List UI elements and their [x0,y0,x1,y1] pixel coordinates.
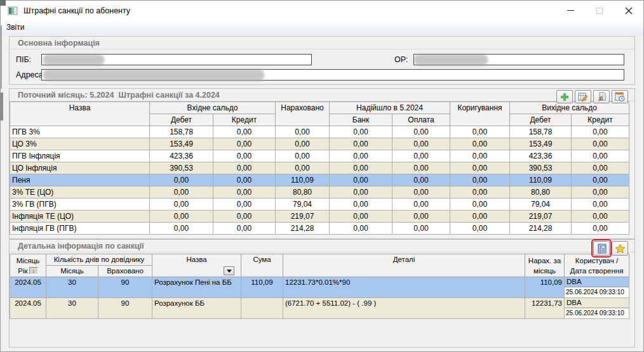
cell[interactable]: 0,00 [392,174,450,186]
cell[interactable]: 214,28 [276,223,330,235]
cell[interactable]: 219,07 [510,211,572,223]
sanction-row[interactable]: Інфляція ТЕ (ЦО) 0,00 0,00 219,07 0,00 0… [10,211,629,223]
cell[interactable]: 0,00 [213,199,276,211]
address-field[interactable] [41,69,624,81]
cell[interactable]: 0,00 [150,211,213,223]
cell[interactable]: 0,00 [450,211,510,223]
cell[interactable]: 0,00 [276,150,330,162]
cell[interactable]: 158,78 [150,126,213,138]
cell[interactable]: 3% ТЕ (ЦО) [10,186,150,199]
cell[interactable]: 153,49 [510,138,572,150]
cell[interactable]: 0,00 [450,174,510,186]
sanction-row[interactable]: 3% ГВ (ПГВ) 0,00 0,00 79,04 0,00 0,00 0,… [10,199,629,211]
cell[interactable]: 0,00 [450,126,510,138]
cell[interactable]: ЦО Інфляція [10,162,150,174]
menu-item-reports[interactable]: Звіти [1,20,30,34]
cell[interactable]: 0,00 [330,162,392,174]
sanction-row-selected[interactable]: Пеня 0,00 0,00 110,09 0,00 0,00 0,00 110… [10,174,629,186]
cell[interactable]: 0,00 [450,199,510,211]
detail-row-selected[interactable]: 2024.05 30 90 Розрахунок Пені на ББ 110,… [10,277,629,298]
edit-table-button[interactable] [575,90,591,103]
cell[interactable]: 30 [46,277,98,298]
cell[interactable]: 110,09 [276,174,330,186]
cell[interactable]: 110,09 [510,174,572,186]
sanction-row[interactable]: ПГВ Інфляція 423,36 0,00 0,00 0,00 0,00 … [10,150,629,162]
cell[interactable]: 0,00 [213,211,276,223]
cell[interactable]: 0,00 [572,186,629,199]
history-button[interactable] [612,90,628,103]
cell[interactable]: 0,00 [213,174,276,186]
cell[interactable] [241,298,283,319]
cell[interactable]: Розрахунок ББ [152,298,241,319]
cell[interactable]: 110,09 [525,277,565,298]
cell[interactable]: 0,00 [330,223,392,235]
cell[interactable]: 110,09 [241,277,283,298]
cell[interactable]: 0,00 [450,138,510,150]
cell[interactable]: ПГВ Інфляція [10,150,150,162]
cell[interactable]: 0,00 [150,223,213,235]
journal-button[interactable] [593,241,610,256]
col-header-month-year[interactable]: Місяць Рік↓ [10,254,46,277]
cell[interactable]: 0,00 [450,150,510,162]
cell[interactable]: 0,00 [330,199,392,211]
favorite-button[interactable] [612,241,628,256]
cell[interactable]: Пеня [10,174,150,186]
close-button[interactable] [614,1,643,20]
cell[interactable]: 0,00 [150,199,213,211]
cell[interactable]: Розрахунок Пені на ББ [152,277,241,298]
cell[interactable]: 0,00 [213,223,276,235]
cell[interactable]: 0,00 [392,162,450,174]
cell[interactable]: 0,00 [392,126,450,138]
cell[interactable]: 390,53 [510,162,572,174]
cell[interactable]: 0,00 [330,138,392,150]
pib-field[interactable] [41,54,312,65]
cell[interactable]: 0,00 [213,186,276,199]
cell[interactable]: 0,00 [572,199,629,211]
cell[interactable]: 390,53 [150,162,213,174]
cell[interactable]: 214,28 [510,223,572,235]
cell[interactable]: 0,00 [450,186,510,199]
cell[interactable]: 219,07 [276,211,330,223]
cell[interactable]: 2024.05 [10,277,46,298]
cell[interactable]: 0,00 [213,150,276,162]
minimize-button[interactable] [556,1,585,20]
cell[interactable]: 90 [98,277,152,298]
sanction-row[interactable]: 3% ТЕ (ЦО) 0,00 0,00 80,80 0,00 0,00 0,0… [10,186,629,199]
cell[interactable]: ПГВ 3% [10,126,150,138]
cell[interactable]: 0,00 [572,174,629,186]
cell[interactable]: 0,00 [330,211,392,223]
detail-row[interactable]: 2024.05 30 90 Розрахунок ББ (6721.70 + 5… [10,298,629,319]
cell[interactable]: 0,00 [572,138,629,150]
cell[interactable]: 153,49 [150,138,213,150]
cell[interactable]: 0,00 [392,211,450,223]
cell[interactable]: 0,00 [213,126,276,138]
cell[interactable]: 423,36 [510,150,572,162]
cell[interactable]: 423,36 [150,150,213,162]
cell[interactable]: 12231,73 [525,298,565,319]
cell[interactable]: 0,00 [392,186,450,199]
cell[interactable]: 0,00 [392,199,450,211]
cell[interactable]: 3% ГВ (ПГВ) [10,199,150,211]
cell[interactable]: 0,00 [276,126,330,138]
sanction-row[interactable]: ПГВ 3% 158,78 0,00 0,00 0,00 0,00 0,00 1… [10,126,629,138]
cell[interactable]: 0,00 [276,138,330,150]
user-date-cell[interactable]: DBA 25.06.2024 09:33:10 [565,298,629,319]
name-filter-button[interactable] [224,266,234,275]
sanction-row[interactable]: Інфляція ГВ (ПГВ) 0,00 0,00 214,28 0,00 … [10,223,629,235]
sanction-row[interactable]: ЦО 3% 153,49 0,00 0,00 0,00 0,00 0,00 15… [10,138,629,150]
cell[interactable]: 158,78 [510,126,572,138]
cell[interactable]: 0,00 [213,138,276,150]
cell[interactable]: 80,80 [276,186,330,199]
cell[interactable]: 0,00 [392,138,450,150]
cell[interactable]: 0,00 [150,174,213,186]
cell[interactable]: 0,00 [572,150,629,162]
cell[interactable]: 0,00 [572,223,629,235]
cell[interactable]: Інфляція ТЕ (ЦО) [10,211,150,223]
preview-document-button[interactable] [593,90,610,103]
user-date-cell[interactable]: DBA 25.06.2024 09:33:10 [565,277,629,298]
cell[interactable]: 0,00 [150,186,213,199]
cell[interactable]: 79,04 [510,199,572,211]
cell[interactable]: 0,00 [330,150,392,162]
add-row-button[interactable] [556,90,573,103]
cell[interactable]: 0,00 [330,174,392,186]
